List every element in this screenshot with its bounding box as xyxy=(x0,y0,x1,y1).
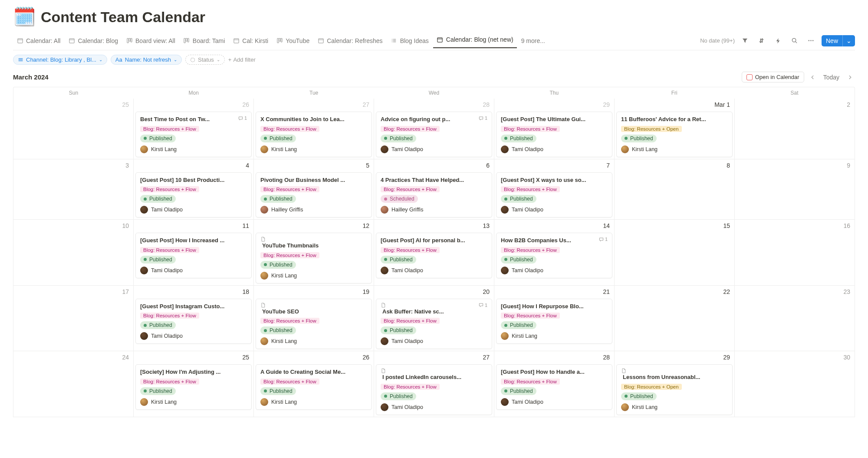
calendar-day[interactable]: 20 Ask Buffer: Native sc... 1 Blog: Reso… xyxy=(374,286,494,352)
tab-calendar-blog-net-new-[interactable]: Calendar: Blog (net new) xyxy=(433,33,517,48)
calendar-day[interactable]: 13 [Guest Post] AI for personal b... Blo… xyxy=(374,220,494,286)
tab-youtube[interactable]: YouTube xyxy=(273,35,313,47)
calendar-day[interactable]: Mar 1 11 Bufferoos' Advice for a Ret... … xyxy=(615,99,735,159)
calendar-day[interactable]: 9 xyxy=(735,159,855,220)
card-title: [Guest Post] How to Handle a... xyxy=(501,368,608,376)
calendar-card[interactable]: [Guest] How I Repurpose Blo... Blog: Res… xyxy=(496,299,612,344)
prev-month-button[interactable] xyxy=(808,72,817,82)
page-emoji-icon[interactable]: 🗓️ xyxy=(13,8,36,26)
calendar-day[interactable]: 23 xyxy=(735,286,855,352)
calendar-card[interactable]: [Guest Post] AI for personal b... Blog: … xyxy=(376,233,492,278)
calendar-card[interactable]: [Guest Post] Instagram Custo... Blog: Re… xyxy=(135,299,252,344)
calendar-day[interactable]: 6 4 Practices That Have Helped... Blog: … xyxy=(374,159,494,220)
tab-calendar-all[interactable]: Calendar: All xyxy=(13,35,64,47)
card-title: [Guest Post] 10 Best Producti... xyxy=(140,176,247,184)
calendar-day[interactable]: 17 xyxy=(13,286,134,352)
search-button[interactable] xyxy=(789,35,801,47)
calendar-day[interactable]: 3 xyxy=(13,159,134,220)
calendar-day[interactable]: 8 xyxy=(615,159,735,220)
calendar-day[interactable]: 28 [Guest Post] How to Handle a... Blog:… xyxy=(494,351,615,417)
calendar-day[interactable]: 26 A Guide to Creating Social Me... Blog… xyxy=(254,351,374,417)
calendar-day[interactable]: 15 xyxy=(615,220,735,286)
calendar-card[interactable]: [Guest Post] How I Increased ... Blog: R… xyxy=(135,233,252,278)
tab-board-tami[interactable]: Board: Tami xyxy=(180,35,228,47)
calendar-card[interactable]: YouTube Thumbnails Blog: Resources + Flo… xyxy=(256,233,372,283)
calendar-day[interactable]: 12 YouTube Thumbnails Blog: Resources + … xyxy=(254,220,374,286)
calendar-day[interactable]: 25 xyxy=(13,99,134,159)
calendar-day[interactable]: 18 [Guest Post] Instagram Custo... Blog:… xyxy=(134,286,254,352)
tab-cal-kirsti[interactable]: Cal: Kirsti xyxy=(229,35,272,47)
day-number: 28 xyxy=(603,354,610,361)
calendar-day[interactable]: 29 Lessons from Unreasonabl... Blog: Res… xyxy=(615,351,735,417)
sort-button[interactable] xyxy=(756,35,768,47)
calendar-card[interactable]: Advice on figuring out p... 1 Blog: Reso… xyxy=(376,112,492,157)
svg-point-23 xyxy=(812,40,813,41)
calendar-day[interactable]: 10 xyxy=(13,220,134,286)
calendar-card[interactable]: X Communities to Join to Lea... Blog: Re… xyxy=(256,112,372,157)
chevron-down-icon[interactable]: ⌄ xyxy=(842,35,855,46)
filter-name[interactable]: Aa Name: Not refresh ⌄ xyxy=(111,55,182,65)
calendar-day[interactable]: 16 xyxy=(735,220,855,286)
next-month-button[interactable] xyxy=(845,72,855,82)
day-number: 13 xyxy=(483,222,490,229)
add-filter-button[interactable]: + Add filter xyxy=(228,56,256,63)
channel-tag: Blog: Resources + Flow xyxy=(501,126,560,132)
calendar-day[interactable]: 27 X Communities to Join to Lea... Blog:… xyxy=(254,99,374,159)
calendar-day[interactable]: 28 Advice on figuring out p... 1 Blog: R… xyxy=(374,99,494,159)
calendar-card[interactable]: Best Time to Post on Tw... 1 Blog: Resou… xyxy=(135,112,252,157)
calendar-card[interactable]: 4 Practices That Have Helped... Blog: Re… xyxy=(376,172,492,218)
calendar-day[interactable]: 22 xyxy=(615,286,735,352)
calendar-day[interactable]: 19 YouTube SEO Blog: Resources + Flow Pu… xyxy=(254,286,374,352)
calendar-day[interactable]: 27 I posted LinkedIn carousels... Blog: … xyxy=(374,351,494,417)
calendar-card[interactable]: 11 Bufferoos' Advice for a Ret... Blog: … xyxy=(616,112,733,157)
tab-calendar-blog[interactable]: Calendar: Blog xyxy=(65,35,122,47)
calendar-day[interactable]: 21 [Guest] How I Repurpose Blo... Blog: … xyxy=(494,286,615,352)
calendar-card[interactable]: [Guest Post] 10 Best Producti... Blog: R… xyxy=(135,172,252,218)
more-options-button[interactable] xyxy=(805,35,817,47)
calendar-card[interactable]: Ask Buffer: Native sc... 1 Blog: Resourc… xyxy=(376,299,492,349)
filter-status[interactable]: Status ⌄ xyxy=(185,55,225,65)
calendar-day[interactable]: 2 xyxy=(735,99,855,159)
calendar-day[interactable]: 25 [Society] How I'm Adjusting ... Blog:… xyxy=(134,351,254,417)
calendar-day[interactable]: 7 [Guest Post] X ways to use so... Blog:… xyxy=(494,159,615,220)
calendar-day[interactable]: 24 xyxy=(13,351,134,417)
status-badge: Published xyxy=(140,321,176,329)
tab-blog-ideas[interactable]: Blog Ideas xyxy=(387,35,432,47)
day-number: 16 xyxy=(843,222,850,229)
calendar-day[interactable]: 4 [Guest Post] 10 Best Producti... Blog:… xyxy=(134,159,254,220)
calendar-card[interactable]: Pivoting Our Business Model ... Blog: Re… xyxy=(256,172,372,218)
calendar-day[interactable]: 14 How B2B Companies Us... 1 Blog: Resou… xyxy=(494,220,615,286)
calendar-day[interactable]: 11 [Guest Post] How I Increased ... Blog… xyxy=(134,220,254,286)
filter-channel[interactable]: Channel: Blog: Library , Bl... ⌄ xyxy=(13,55,107,65)
calendar-day[interactable]: 30 xyxy=(735,351,855,417)
automations-button[interactable] xyxy=(772,35,784,47)
tab-board-view-all[interactable]: Board view: All xyxy=(122,35,179,47)
calendar-card[interactable]: I posted LinkedIn carousels... Blog: Res… xyxy=(376,364,492,415)
calendar-card[interactable]: How B2B Companies Us... 1 Blog: Resource… xyxy=(496,233,612,278)
day-number: 26 xyxy=(242,101,249,108)
day-number: 23 xyxy=(843,288,850,295)
calendar-card[interactable]: [Guest Post] How to Handle a... Blog: Re… xyxy=(496,364,612,410)
calendar-card[interactable]: YouTube SEO Blog: Resources + Flow Publi… xyxy=(256,299,372,349)
calendar-card[interactable]: [Guest Post] The Ultimate Gui... Blog: R… xyxy=(496,112,612,157)
filter-button[interactable] xyxy=(739,35,751,47)
new-button[interactable]: New⌄ xyxy=(822,35,855,46)
day-number: 8 xyxy=(727,162,730,169)
calendar-day[interactable]: 5 Pivoting Our Business Model ... Blog: … xyxy=(254,159,374,220)
calendar-card[interactable]: [Guest Post] X ways to use so... Blog: R… xyxy=(496,172,612,218)
calendar-card[interactable]: Lessons from Unreasonabl... Blog: Resour… xyxy=(616,364,733,415)
no-date-link[interactable]: No date (99+) xyxy=(700,37,735,44)
status-badge: Published xyxy=(140,195,176,203)
tab-calendar-refreshes[interactable]: Calendar: Refreshes xyxy=(314,35,386,47)
calendar-card[interactable]: [Society] How I'm Adjusting ... Blog: Re… xyxy=(135,364,252,410)
calendar-day[interactable]: 26 Best Time to Post on Tw... 1 Blog: Re… xyxy=(134,99,254,159)
svg-rect-12 xyxy=(277,38,279,43)
author: Kirsti Lang xyxy=(621,403,728,411)
channel-tag: Blog: Resources + Open xyxy=(621,384,682,390)
more-views[interactable]: 9 more... xyxy=(518,35,549,47)
open-in-calendar-button[interactable]: Open in Calendar xyxy=(742,72,804,82)
today-button[interactable]: Today xyxy=(821,72,842,82)
calendar-card[interactable]: A Guide to Creating Social Me... Blog: R… xyxy=(256,364,372,410)
calendar-day[interactable]: 29 [Guest Post] The Ultimate Gui... Blog… xyxy=(494,99,615,159)
day-number: 27 xyxy=(483,354,490,361)
